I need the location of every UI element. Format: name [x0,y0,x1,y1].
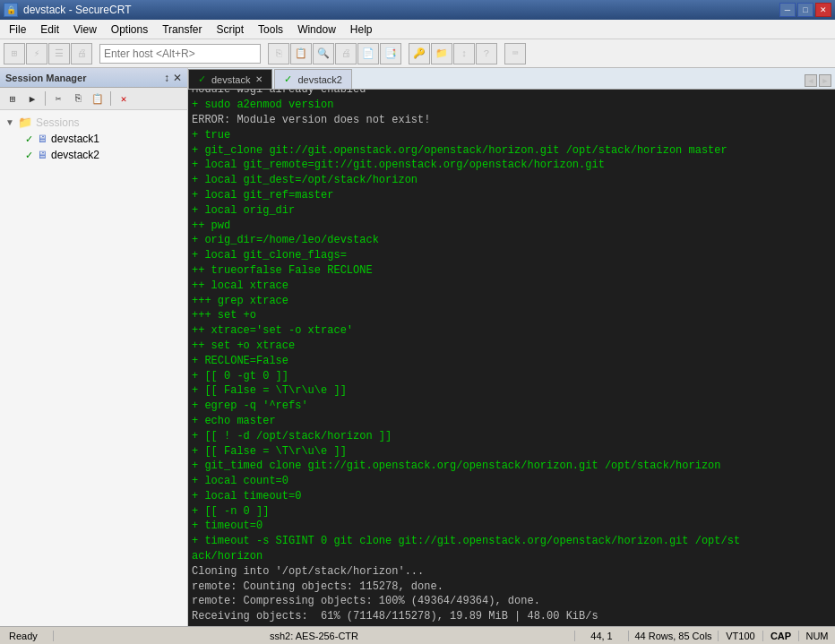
toolbar-btn-4[interactable]: 🖨 [71,43,92,64]
tab-devstack-check: ✓ [198,73,206,85]
host-input[interactable] [99,44,261,64]
status-position: 44, 1 [575,631,629,641]
status-ready: Ready [0,631,54,641]
toolbar-btn-2[interactable]: ⚡ [26,43,47,64]
tab-nav-prev[interactable]: ◀ [805,74,817,87]
toolbar-print[interactable]: 🖨 [335,43,357,64]
menu-file[interactable]: File [2,20,33,39]
session-close-btn[interactable]: ✕ [173,72,182,84]
toolbar-zmodem[interactable]: ↕ [453,43,475,64]
main-area: Session Manager ↕ ✕ ⊞ ▶ ✂ ⎘ 📋 ✕ ▼ 📁 Sess… [0,68,835,626]
menu-window[interactable]: Window [290,20,343,39]
terminal-area: ✓ devstack ✕ ✓ devstack2 ◀ ▶ + [[ -z 144… [188,68,835,626]
status-bar: Ready ssh2: AES-256-CTR 44, 1 44 Rows, 8… [0,626,835,644]
devstack1-monitor-icon: 🖥 [37,133,47,145]
session-manager-panel: Session Manager ↕ ✕ ⊞ ▶ ✂ ⎘ 📋 ✕ ▼ 📁 Sess… [0,68,188,626]
tab-nav-next[interactable]: ▶ [819,74,831,87]
toolbar-copy[interactable]: ⎘ [268,43,289,64]
menu-transfer[interactable]: Transfer [155,20,209,39]
menu-script[interactable]: Script [209,20,251,39]
title-bar: 🔒 devstack - SecureCRT ─ □ ✕ [0,0,835,20]
session-panel-title: Session Manager [5,73,86,83]
sess-new-btn[interactable]: ⊞ [4,90,22,107]
tree-item-devstack2[interactable]: ✓ 🖥 devstack2 [0,147,187,163]
window-title: devstack - SecureCRT [23,4,132,16]
toolbar-btn-3[interactable]: ☰ [48,43,70,64]
devstack1-check-icon: ✓ [25,133,33,145]
menu-bar: File Edit View Options Transfer Script T… [0,20,835,39]
close-button[interactable]: ✕ [815,3,831,17]
session-panel-header: Session Manager ↕ ✕ [0,68,187,88]
toolbar-logall[interactable]: 📑 [380,43,401,64]
sess-connect-btn[interactable]: ▶ [23,90,41,107]
toolbar-help[interactable]: ? [476,43,497,64]
sess-cut-btn[interactable]: ✂ [49,90,67,107]
maximize-button[interactable]: □ [797,3,813,17]
tree-root-label: Sessions [36,116,80,129]
status-num: NUM [799,631,835,641]
tree-root-sessions[interactable]: ▼ 📁 Sessions [0,114,187,131]
tree-item-devstack1[interactable]: ✓ 🖥 devstack1 [0,131,187,147]
sessions-folder-icon: 📁 [18,116,32,129]
minimize-button[interactable]: ─ [779,3,796,17]
sess-copy-btn[interactable]: ⎘ [69,90,87,107]
menu-view[interactable]: View [66,20,104,39]
toolbar-find[interactable]: 🔍 [313,43,334,64]
tab-devstack[interactable]: ✓ devstack ✕ [188,69,272,89]
app-icon: 🔒 [4,3,18,17]
status-cap: CAP [763,631,799,641]
status-size: 44 Rows, 85 Cols [629,631,719,641]
session-tree: ▼ 📁 Sessions ✓ 🖥 devstack1 ✓ 🖥 devstack2 [0,110,187,626]
session-dock-btn[interactable]: ↕ [164,72,169,84]
menu-tools[interactable]: Tools [251,20,290,39]
tab-devstack2-label: devstack2 [297,74,342,85]
tree-item-devstack2-label: devstack2 [51,149,99,161]
devstack2-monitor-icon: 🖥 [37,149,47,161]
status-terminal: VT100 [719,631,763,641]
tab-devstack2[interactable]: ✓ devstack2 [274,69,352,89]
tab-devstack2-check: ✓ [284,73,292,85]
sess-paste-btn[interactable]: 📋 [89,90,107,107]
menu-options[interactable]: Options [104,20,155,39]
session-toolbar: ⊞ ▶ ✂ ⎘ 📋 ✕ [0,88,187,110]
tree-expand-icon: ▼ [5,117,14,127]
toolbar-paste[interactable]: 📋 [290,43,312,64]
toolbar-btn-1[interactable]: ⊞ [4,43,25,64]
terminal-output[interactable]: + [[ -z 1449040552 ]]++ date +%s+ end_ti… [188,90,835,626]
status-ssh: ssh2: AES-256-CTR [54,631,575,641]
devstack2-check-icon: ✓ [25,150,33,161]
menu-edit[interactable]: Edit [33,20,66,39]
toolbar-key[interactable]: 🔑 [409,43,430,64]
tab-devstack-close[interactable]: ✕ [255,74,263,84]
toolbar-keymap[interactable]: ⌨ [504,43,526,64]
tree-item-devstack1-label: devstack1 [51,133,99,145]
menu-help[interactable]: Help [343,20,380,39]
toolbar-log[interactable]: 📄 [357,43,379,64]
toolbar: ⊞ ⚡ ☰ 🖨 ⎘ 📋 🔍 🖨 📄 📑 🔑 📁 ↕ ? ⌨ [0,39,835,68]
terminal-content[interactable]: + [[ -z 1449040552 ]]++ date +%s+ end_ti… [188,90,835,626]
tab-bar: ✓ devstack ✕ ✓ devstack2 ◀ ▶ [188,68,835,90]
tab-devstack-label: devstack [211,74,250,85]
sess-delete-btn[interactable]: ✕ [115,90,133,107]
toolbar-sftp[interactable]: 📁 [431,43,452,64]
